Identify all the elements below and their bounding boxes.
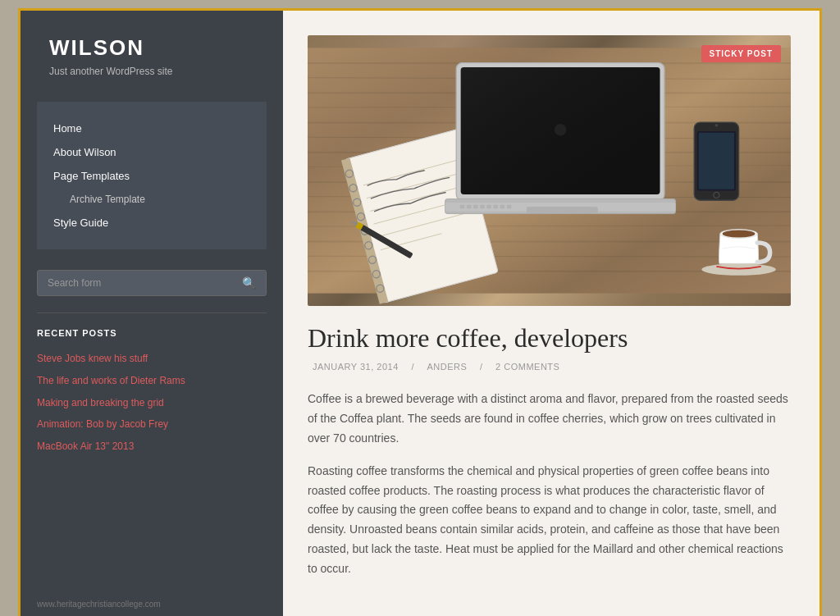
recent-post-3[interactable]: Animation: Bob by Jacob Frey (37, 413, 267, 436)
sticky-badge: STICKY POST (701, 45, 782, 62)
post-body: Coffee is a brewed beverage with a disti… (308, 390, 791, 578)
post-paragraph-1: Roasting coffee transforms the chemical … (308, 462, 791, 579)
svg-rect-44 (486, 205, 491, 209)
recent-post-2[interactable]: Making and breaking the grid (37, 392, 267, 414)
svg-rect-45 (494, 205, 498, 209)
divider (37, 313, 267, 313)
nav-about[interactable]: About Wilson (53, 140, 250, 164)
svg-rect-47 (507, 205, 511, 209)
post-author: ANDERS (427, 362, 468, 372)
post-paragraph-0: Coffee is a brewed beverage with a disti… (308, 390, 791, 448)
search-area: 🔍 (21, 270, 283, 313)
navigation: Home About Wilson Page Templates Archive… (37, 102, 267, 249)
footer-url: www.heritagechristiancollege.com (21, 583, 283, 616)
nav-page-templates[interactable]: Page Templates (53, 164, 250, 188)
svg-point-52 (715, 124, 719, 127)
recent-posts-label: RECENT POSTS (37, 328, 267, 338)
post-title: Drink more coffee, developers (308, 322, 791, 354)
recent-post-1[interactable]: The life and works of Dieter Rams (37, 370, 267, 392)
svg-point-55 (723, 230, 756, 237)
site-tagline: Just another WordPress site (21, 66, 283, 77)
post-image (308, 35, 791, 306)
meta-separator-2: / (480, 362, 483, 372)
post-image-wrapper: STICKY POST (308, 35, 791, 306)
site-title: WILSON (21, 35, 283, 61)
svg-rect-39 (527, 207, 597, 212)
svg-rect-41 (467, 205, 471, 209)
nav-home[interactable]: Home (53, 116, 250, 140)
meta-separator-1: / (411, 362, 414, 372)
svg-rect-42 (473, 205, 477, 209)
svg-rect-43 (480, 205, 484, 209)
search-box: 🔍 (37, 270, 267, 296)
recent-post-4[interactable]: MacBook Air 13" 2013 (37, 436, 267, 458)
svg-rect-46 (500, 205, 504, 209)
recent-post-0[interactable]: Steve Jobs knew his stuff (37, 348, 267, 370)
recent-posts-section: RECENT POSTS Steve Jobs knew his stuff T… (21, 328, 283, 458)
post-meta: JANUARY 31, 2014 / ANDERS / 2 COMMENTS (308, 362, 791, 372)
search-button[interactable]: 🔍 (242, 276, 256, 290)
post-comments[interactable]: 2 COMMENTS (495, 362, 559, 372)
nav-style-guide[interactable]: Style Guide (53, 211, 250, 235)
sidebar: WILSON Just another WordPress site Home … (21, 11, 283, 616)
post-date: JANUARY 31, 2014 (313, 362, 399, 372)
nav-archive-template[interactable]: Archive Template (53, 188, 250, 211)
svg-rect-40 (460, 205, 464, 209)
main-content: STICKY POST Drink more coffee, developer… (283, 11, 819, 616)
svg-point-36 (555, 124, 566, 135)
search-input[interactable] (48, 277, 242, 289)
svg-rect-50 (699, 133, 734, 189)
